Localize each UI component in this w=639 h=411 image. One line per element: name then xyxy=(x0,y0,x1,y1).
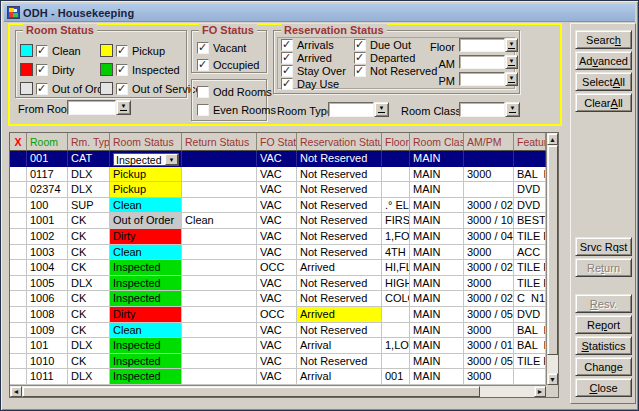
cell-room[interactable]: 02374 xyxy=(27,182,68,198)
cell-floor[interactable] xyxy=(382,307,410,323)
cell-reservation-status[interactable]: Not Reserved xyxy=(297,182,382,198)
cell-x[interactable] xyxy=(10,167,27,183)
cell-room-type[interactable]: CK xyxy=(68,291,110,307)
table-row-room-001[interactable]: 001CATInspected▼VACNot ReservedMAIN xyxy=(10,151,546,167)
cell-ampm[interactable]: 3000 / 05 xyxy=(464,307,514,323)
cell-room-status[interactable]: Clean xyxy=(110,245,182,261)
cell-room-type[interactable]: DLX xyxy=(68,276,110,292)
cell-ampm[interactable]: 3000 / 02 xyxy=(464,198,514,214)
cell-room[interactable]: 1008 xyxy=(27,307,68,323)
cell-return-status[interactable] xyxy=(182,245,257,261)
button-report[interactable]: Report xyxy=(575,315,632,334)
table-row-room-1003[interactable]: 1003CKCleanVACNot Reserved4TH FMAIN3000A… xyxy=(10,245,546,261)
cell-return-status[interactable] xyxy=(182,291,257,307)
checkbox-day-use[interactable] xyxy=(281,78,293,90)
cell-room-type[interactable]: DLX xyxy=(68,167,110,183)
cell-features[interactable]: C N123 xyxy=(514,291,546,307)
cell-room-type[interactable]: DLX xyxy=(68,369,110,385)
cell-ampm[interactable]: 3000 / 04 xyxy=(464,229,514,245)
table-row-room-1011[interactable]: 1011DLXInspectedVACArrival001MAIN3000 xyxy=(10,369,546,385)
cell-room-status[interactable]: Inspected▼ xyxy=(110,151,182,167)
cell-features[interactable]: BAL HB xyxy=(514,167,546,183)
cell-x[interactable] xyxy=(10,369,27,385)
cell-floor[interactable] xyxy=(382,151,410,167)
checkbox-vacant[interactable] xyxy=(197,42,209,54)
button-statistics[interactable]: Statistics xyxy=(575,336,632,355)
checkbox-stay-over[interactable] xyxy=(281,65,293,77)
checkbox-arrived[interactable] xyxy=(281,52,293,64)
cell-room-class[interactable]: MAIN xyxy=(410,369,464,385)
am-dropdown-button[interactable]: ▼ xyxy=(505,55,518,69)
cell-features[interactable]: ACC xyxy=(514,245,546,261)
cell-x[interactable] xyxy=(10,245,27,261)
cell-room-status[interactable]: Inspected xyxy=(110,291,182,307)
cell-room-type[interactable]: CK xyxy=(68,229,110,245)
cell-room-status[interactable]: Dirty xyxy=(110,307,182,323)
cell-room[interactable]: 1003 xyxy=(27,245,68,261)
cell-reservation-status[interactable]: Arrival xyxy=(297,369,382,385)
checkbox-dirty[interactable] xyxy=(36,64,48,76)
cell-room-type[interactable]: DLX xyxy=(68,182,110,198)
cell-floor[interactable]: .° ELIS xyxy=(382,198,410,214)
cell-room[interactable]: 101 xyxy=(27,338,68,354)
room-type-input[interactable] xyxy=(328,102,374,117)
cell-features[interactable]: BAL BT xyxy=(514,338,546,354)
scroll-right-button[interactable]: ► xyxy=(534,386,546,397)
cell-room-type[interactable]: DLX xyxy=(68,338,110,354)
cell-fo-status[interactable]: VAC xyxy=(257,323,297,339)
cell-fo-status[interactable]: VAC xyxy=(257,229,297,245)
cell-room[interactable]: 1002 xyxy=(27,229,68,245)
cell-room-class[interactable]: MAIN xyxy=(410,260,464,276)
cell-return-status[interactable] xyxy=(182,338,257,354)
column-header-room-class[interactable]: Room Class xyxy=(410,133,464,151)
pm-dropdown-button[interactable]: ▼ xyxy=(505,72,518,86)
cell-fo-status[interactable]: OCC xyxy=(257,307,297,323)
checkbox-occupied[interactable] xyxy=(197,59,209,71)
cell-features[interactable]: TILE FLO xyxy=(514,260,546,276)
cell-features[interactable]: BAL LAN xyxy=(514,323,546,339)
table-row-room-100[interactable]: 100SUPCleanVACNot Reserved.° ELISMAIN300… xyxy=(10,198,546,214)
cell-reservation-status[interactable]: Not Reserved xyxy=(297,245,382,261)
cell-room-status[interactable]: Inspected xyxy=(110,260,182,276)
cell-reservation-status[interactable]: Arrived xyxy=(297,260,382,276)
table-row-room-1006[interactable]: 1006CKInspectedVACNot ReservedCOLOMAIN30… xyxy=(10,291,546,307)
cell-x[interactable] xyxy=(10,276,27,292)
cell-room[interactable]: 1010 xyxy=(27,354,68,370)
horizontal-scrollbar[interactable]: ◄ ► xyxy=(10,385,546,397)
cell-room-class[interactable]: MAIN xyxy=(410,245,464,261)
cell-room-type[interactable]: CK xyxy=(68,213,110,229)
cell-x[interactable] xyxy=(10,198,27,214)
cell-room-status[interactable]: Clean xyxy=(110,323,182,339)
cell-features[interactable]: DVD LAN xyxy=(514,307,546,323)
checkbox-departed[interactable] xyxy=(354,52,366,64)
checkbox-not-reserved[interactable] xyxy=(354,65,366,77)
cell-room-status[interactable]: Inspected xyxy=(110,369,182,385)
cell-ampm[interactable]: 3000 / 05 xyxy=(464,354,514,370)
cell-features[interactable]: DVD TIL xyxy=(514,198,546,214)
cell-features[interactable]: DVD HB xyxy=(514,182,546,198)
cell-floor[interactable]: FIRST xyxy=(382,213,410,229)
cell-fo-status[interactable]: OCC xyxy=(257,260,297,276)
cell-room-class[interactable]: MAIN xyxy=(410,354,464,370)
cell-room-status[interactable]: Inspected xyxy=(110,338,182,354)
cell-x[interactable] xyxy=(10,338,27,354)
cell-fo-status[interactable]: VAC xyxy=(257,338,297,354)
vertical-scroll-thumb[interactable] xyxy=(547,145,558,355)
cell-reservation-status[interactable]: Not Reserved xyxy=(297,323,382,339)
room-status-edit-combo[interactable]: Inspected▼ xyxy=(113,153,179,166)
cell-return-status[interactable] xyxy=(182,307,257,323)
cell-return-status[interactable] xyxy=(182,369,257,385)
cell-room-type[interactable]: CK xyxy=(68,323,110,339)
scroll-up-button[interactable]: ▲ xyxy=(547,133,558,145)
cell-x[interactable] xyxy=(10,323,27,339)
cell-room-status[interactable]: Clean xyxy=(110,198,182,214)
cell-room[interactable]: 001 xyxy=(27,151,68,167)
cell-return-status[interactable] xyxy=(182,198,257,214)
cell-room[interactable]: 1009 xyxy=(27,323,68,339)
cell-floor[interactable] xyxy=(382,354,410,370)
cell-fo-status[interactable]: VAC xyxy=(257,245,297,261)
button-change[interactable]: Change xyxy=(575,357,632,376)
cell-room-type[interactable]: CK xyxy=(68,245,110,261)
column-header-floor[interactable]: Floor xyxy=(382,133,410,151)
cell-fo-status[interactable]: VAC xyxy=(257,291,297,307)
